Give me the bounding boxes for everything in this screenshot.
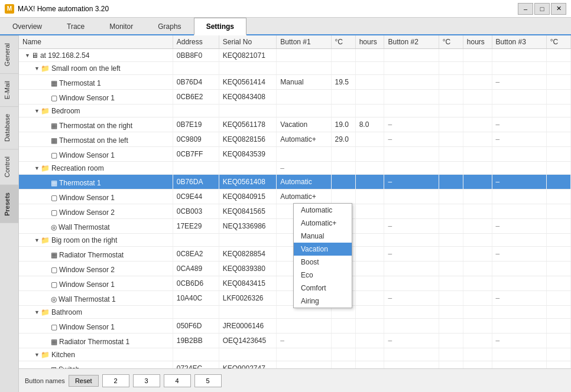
dropdown-item-comfort[interactable]: Comfort	[294, 282, 352, 295]
table-row[interactable]: ▢ Window Sensor 1 050F6DJRE0006146	[19, 319, 571, 334]
tab-graphs[interactable]: Graphs	[145, 18, 193, 34]
dropdown-item-automatic[interactable]: Automatic	[294, 204, 352, 217]
side-tab-control[interactable]: Control	[0, 149, 18, 184]
reset-button[interactable]: Reset	[69, 375, 99, 387]
app-title: MAX! Home automation 3.20	[18, 5, 109, 13]
node-icon: 📁	[41, 236, 50, 244]
col-button2: Button #2	[384, 35, 439, 49]
row-name: Big room on the right	[51, 236, 117, 244]
table-row[interactable]: ▼ 📁 Kitchen	[19, 348, 571, 361]
row-name: Window Sensor 1	[59, 323, 115, 331]
button-names-label: Button names	[25, 377, 65, 384]
maximize-button[interactable]: □	[534, 3, 550, 15]
node-icon: ▦	[51, 179, 57, 187]
title-bar: M MAX! Home automation 3.20 – □ ✕	[0, 0, 571, 18]
tab-monitor[interactable]: Monitor	[97, 18, 145, 34]
node-icon: ▢	[51, 151, 57, 159]
dropdown-item-boost[interactable]: Boost	[294, 256, 352, 269]
btn5-input[interactable]	[194, 374, 222, 387]
row-name: Window Sensor 2	[59, 266, 115, 274]
settings-table: Name Address Serial No Button #1 °C hour…	[19, 35, 571, 368]
row-name: Window Sensor 1	[59, 280, 115, 289]
side-tab-email[interactable]: E-Mail	[0, 73, 18, 106]
row-name: Thermostat 1	[59, 179, 101, 187]
row-name: Kitchen	[51, 351, 75, 359]
tab-trace[interactable]: Trace	[54, 18, 97, 34]
tab-settings[interactable]: Settings	[194, 18, 246, 35]
row-name: Small room on the left	[51, 64, 121, 73]
table-row[interactable]: ▦ Thermostat 1 0B76D4KEQ0561414Manual19.…	[19, 75, 571, 90]
table-row[interactable]: ▼ 🖥 at 192.168.2.54 0BB8F0KEQ0821071	[19, 49, 571, 62]
node-icon: ▢	[51, 194, 57, 202]
table-row[interactable]: ▦ Thermostat 1 0B76DAKEQ0561408Automatic…	[19, 175, 571, 190]
col-c1: °C	[331, 35, 355, 49]
expand-icon[interactable]: ▼	[34, 66, 40, 71]
side-tab-general[interactable]: General	[0, 35, 18, 73]
close-button[interactable]: ✕	[551, 3, 566, 15]
row-name: Window Sensor 1	[59, 194, 115, 202]
row-name: Wall Thermostat	[59, 223, 110, 231]
node-icon: ▢	[51, 323, 57, 331]
node-icon: ▢	[51, 266, 57, 274]
btn4-input[interactable]	[164, 374, 191, 387]
dropdown-item-eco[interactable]: Eco	[294, 269, 352, 282]
side-tab-database[interactable]: Database	[0, 106, 18, 149]
col-c2: °C	[439, 35, 463, 49]
window-controls: – □ ✕	[518, 3, 566, 15]
app-icon-letter: M	[7, 5, 12, 12]
side-tab-presets[interactable]: Presets	[0, 185, 18, 223]
dropdown-item-manual[interactable]: Manual	[294, 230, 352, 243]
node-icon: ▦	[51, 79, 57, 87]
dropdown-item-airing[interactable]: Airing	[294, 295, 352, 308]
minimize-button[interactable]: –	[518, 3, 533, 15]
btn3-input[interactable]	[133, 374, 160, 387]
table-row[interactable]: ⊞ Switch 0724ECKEQ9002747–––	[19, 361, 571, 369]
node-icon: ▦	[51, 338, 57, 346]
table-row[interactable]: ▢ Window Sensor 1 0CB6E2KEQ0843408	[19, 90, 571, 104]
row-name: at 192.168.2.54	[40, 51, 89, 60]
table-row[interactable]: ▢ Window Sensor 1 0CB7FFKEQ0843539	[19, 147, 571, 162]
row-name: Thermostat on the right	[59, 122, 132, 130]
node-icon: ▢	[51, 280, 57, 289]
col-serialno: Serial No	[219, 35, 277, 49]
tab-overview[interactable]: Overview	[0, 18, 54, 34]
node-icon: ◎	[51, 295, 57, 303]
content-area: Name Address Serial No Button #1 °C hour…	[19, 35, 571, 392]
node-icon: 📁	[41, 164, 50, 172]
node-icon: ▦	[51, 122, 57, 130]
button-dropdown[interactable]: AutomaticAutomatic+ManualVacationBoostEc…	[293, 203, 352, 308]
table-row[interactable]: ▦ Thermostat on the left 0C9809KEQ082815…	[19, 132, 571, 147]
row-name: Window Sensor 1	[59, 94, 115, 102]
node-icon: ▢	[51, 94, 57, 102]
node-icon: 📁	[41, 351, 50, 359]
col-c3: °C	[546, 35, 570, 49]
table-row[interactable]: ▦ Radiator Thermostat 1 19B2BBOEQ1423645…	[19, 334, 571, 348]
node-icon: ▦	[51, 251, 57, 259]
table-container[interactable]: Name Address Serial No Button #1 °C hour…	[19, 35, 571, 368]
table-row[interactable]: ▼ 📁 Recreation room –	[19, 162, 571, 175]
table-row[interactable]: ▼ 📁 Bedroom	[19, 104, 571, 117]
row-name: Recreation room	[51, 164, 104, 172]
dropdown-item-vacation[interactable]: Vacation	[294, 243, 352, 256]
expand-icon[interactable]: ▼	[34, 309, 40, 315]
node-icon: ◎	[51, 223, 57, 231]
node-icon: 🖥	[31, 51, 38, 60]
expand-icon[interactable]: ▼	[34, 165, 40, 171]
expand-icon[interactable]: ▼	[34, 237, 40, 243]
row-name: Switch	[59, 365, 79, 368]
node-icon: 📁	[41, 107, 50, 115]
btn2-input[interactable]	[102, 374, 129, 387]
expand-icon[interactable]: ▼	[34, 352, 40, 358]
expand-icon[interactable]: ▼	[34, 108, 40, 114]
main-tab-bar: Overview Trace Monitor Graphs Settings	[0, 18, 571, 35]
dropdown-item-automatic_plus[interactable]: Automatic+	[294, 217, 352, 230]
col-hours2: hours	[463, 35, 492, 49]
table-header-row: Name Address Serial No Button #1 °C hour…	[19, 35, 571, 49]
table-row[interactable]: ▼ 📁 Small room on the left	[19, 62, 571, 75]
node-icon: ⊞	[51, 365, 57, 368]
node-icon: 📁	[41, 64, 50, 73]
bottom-bar: Button names Reset	[19, 368, 571, 392]
table-row[interactable]: ▦ Thermostat on the right 0B7E19KEQ05611…	[19, 117, 571, 132]
table-row[interactable]: ▢ Window Sensor 1 0C9E44KEQ0840915Automa…	[19, 190, 571, 204]
expand-icon[interactable]: ▼	[25, 53, 30, 58]
